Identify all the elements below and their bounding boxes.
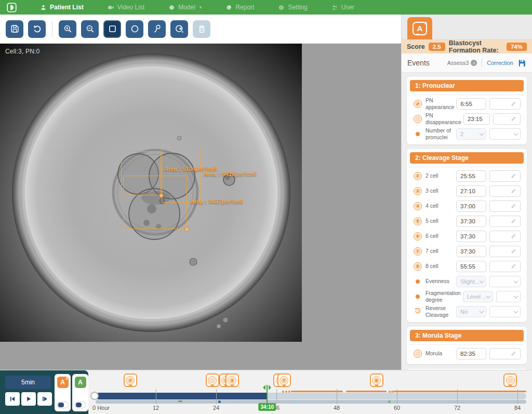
morula-icon xyxy=(506,376,515,385)
axis-label-84: 84 xyxy=(514,405,521,411)
time-value-5-cell[interactable]: 37:30 xyxy=(456,216,486,227)
playhead-right-arrow[interactable] xyxy=(269,385,274,390)
select-fragmentation-degree[interactable]: Level ... xyxy=(463,291,493,302)
time-value-2-cell[interactable]: 25:55 xyxy=(456,170,486,182)
nav-item-setting[interactable]: Setting xyxy=(266,0,319,15)
section-card-3: 3: Morula StageMorula82:35 xyxy=(407,327,527,364)
section-body: Morula82:35 xyxy=(410,344,524,362)
microscope-image[interactable]: Cell:3, PN:0 Area：5104μm²/cell Area：6416… xyxy=(0,44,302,342)
assess3-overlay-toggle[interactable] xyxy=(57,402,69,408)
section-card-1: 1: PronuclearPN appearance6:55PN disappe… xyxy=(407,77,527,144)
rect-select-tool[interactable] xyxy=(103,20,121,38)
nav-item-label: Video List xyxy=(117,4,144,11)
time-value-6-cell[interactable]: 37:30 xyxy=(456,231,486,242)
edit-button-4-cell[interactable] xyxy=(489,201,521,212)
interval-select[interactable]: 5min xyxy=(5,376,51,389)
divider xyxy=(482,59,482,67)
timeline-progress-bar[interactable] xyxy=(96,393,267,399)
time-value-pn-appearance[interactable]: 6:55 xyxy=(456,98,486,110)
annotation-range-dot xyxy=(282,391,284,393)
score-value-badge: 2.5 xyxy=(429,43,445,51)
report-icon xyxy=(225,4,232,11)
time-value-3-cell[interactable]: 27:10 xyxy=(456,185,486,197)
time-value-7-cell[interactable]: 37:30 xyxy=(456,246,486,257)
correction-button[interactable]: Correction xyxy=(487,60,513,66)
circle-select-tool[interactable] xyxy=(126,20,143,38)
bfr-value-badge: 74% xyxy=(507,43,527,51)
pn-disappearance-icon xyxy=(208,376,217,385)
select-value: No xyxy=(460,309,480,315)
edit-button-pn-appearance[interactable] xyxy=(489,98,521,110)
select-reverse-cleavage[interactable]: No xyxy=(456,306,486,317)
chevron-down-icon xyxy=(480,278,484,283)
select-correction-number-of-pronuclei[interactable] xyxy=(489,128,521,140)
chevron-down-icon xyxy=(514,278,518,283)
time-value-8-cell[interactable]: 55:55 xyxy=(456,261,486,272)
edit-button-3-cell[interactable] xyxy=(489,185,521,197)
axis-label-12: 12 xyxy=(153,405,159,411)
playhead-left-arrow[interactable] xyxy=(260,385,265,390)
annotation-range-dot xyxy=(288,391,290,393)
assess-green-overlay-toggle[interactable] xyxy=(75,402,86,408)
edit-button-2-cell[interactable] xyxy=(489,170,521,182)
sperm-tool[interactable] xyxy=(148,20,166,38)
timeline-start-handle[interactable] xyxy=(90,392,99,400)
time-value-pn-disappearance[interactable]: 23:15 xyxy=(463,113,490,125)
select-correction-evenness[interactable] xyxy=(489,276,521,287)
chevron-down-icon xyxy=(480,131,484,135)
annotation-handle[interactable] xyxy=(185,228,189,231)
timeline-marker-3-cell[interactable]: 3 xyxy=(225,373,239,387)
assess-model-tab[interactable]: A3 xyxy=(407,17,432,39)
nav-item-video-list[interactable]: Video List xyxy=(96,0,156,15)
time-value-4-cell[interactable]: 37:00 xyxy=(456,201,486,212)
edit-button-8-cell[interactable] xyxy=(489,261,521,272)
row-8-cell: 88 cell55:55 xyxy=(412,259,522,274)
events-header: Events Assess3 i Correction xyxy=(402,54,532,73)
edit-button-pn-disappearance[interactable] xyxy=(493,113,521,125)
annotation-handle[interactable] xyxy=(159,194,163,197)
zoom-in-tool[interactable] xyxy=(59,20,76,38)
select-number-of-pronuclei[interactable]: 2 xyxy=(456,128,486,140)
nav-item-report[interactable]: Report xyxy=(214,0,266,15)
timeline-marker-morula[interactable] xyxy=(503,373,517,387)
select-correction-fragmentation-degree[interactable] xyxy=(496,291,521,302)
annotation-box-3[interactable] xyxy=(123,176,187,229)
nav-item-model[interactable]: Model▾ xyxy=(156,0,214,15)
edit-button-5-cell[interactable] xyxy=(489,216,521,227)
setting-icon xyxy=(278,4,285,11)
nav-item-patient-list[interactable]: Patient List xyxy=(28,0,96,15)
events-title: Events xyxy=(407,59,447,67)
nav-item-label: User xyxy=(341,4,354,11)
toolbar-divider xyxy=(52,21,52,37)
zoom-out-tool[interactable] xyxy=(81,20,99,38)
select-value: Slight... xyxy=(460,278,480,285)
edit-button-morula[interactable] xyxy=(489,348,521,359)
assess3-button[interactable]: Assess3 i xyxy=(447,60,477,66)
cell-7-icon: 7 xyxy=(280,376,288,385)
save-events-button[interactable] xyxy=(517,59,526,68)
timeline-marker-pn-appearance[interactable] xyxy=(124,373,137,387)
next-frame-button[interactable] xyxy=(37,392,52,406)
save-tool[interactable] xyxy=(6,20,23,38)
row-morula: Morula82:35 xyxy=(412,346,522,361)
section-body: 22 cell25:5533 cell27:1044 cell37:0055 c… xyxy=(410,167,524,320)
prev-frame-button[interactable] xyxy=(5,392,20,406)
timeline-marker-7-cell[interactable]: 7 xyxy=(277,373,291,387)
play-button[interactable] xyxy=(21,392,36,406)
select-evenness[interactable]: Slight... xyxy=(456,276,486,287)
time-value-morula[interactable]: 82:35 xyxy=(456,348,486,359)
cell-3-icon: 3 xyxy=(414,187,422,195)
undo-tool[interactable] xyxy=(28,20,46,38)
score-bar: Score 2.5 Blastocyst Formation Rate: 74% xyxy=(402,39,532,54)
assess-orange-icon: A3 xyxy=(57,377,69,388)
edit-button-7-cell[interactable] xyxy=(489,246,521,257)
select-correction-reverse-cleavage[interactable] xyxy=(489,306,521,317)
nav-item-user[interactable]: User xyxy=(320,0,366,15)
timeline-marker-8-cell[interactable]: 8 xyxy=(370,373,383,387)
pn-appearance-icon xyxy=(126,376,135,385)
timeline-marker-pn-disappearance[interactable] xyxy=(206,373,219,387)
lens-tool[interactable] xyxy=(170,20,188,38)
edit-button-6-cell[interactable] xyxy=(489,231,521,242)
viewer-canvas: Cell:3, PN:0 Area：5104μm²/cell Area：6416… xyxy=(0,44,401,370)
select-value: Level ... xyxy=(467,293,487,300)
